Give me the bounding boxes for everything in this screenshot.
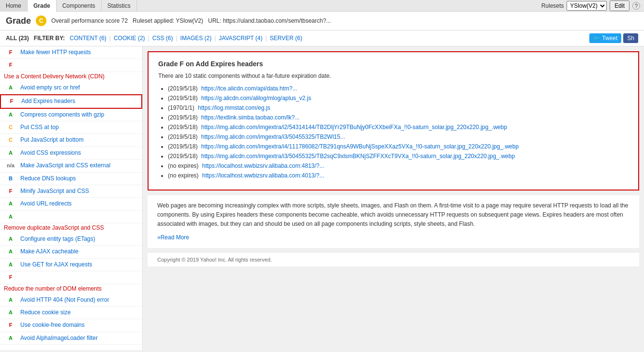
grade-tag: A	[4, 213, 17, 221]
sidebar-item-make-fewer-http[interactable]: F Make fewer HTTP requests	[0, 46, 142, 59]
sidebar-item-alpha-filter[interactable]: A Avoid AlphaImageLoader filter	[0, 332, 142, 345]
copyright: Copyright © 2019 Yahoo! Inc. All rights …	[148, 253, 639, 266]
sidebar-section-duplicate: Remove duplicate JavaScript and CSS	[0, 223, 142, 233]
content-link[interactable]: https://textlink.simba.taobao.com/lk?...	[201, 114, 300, 121]
sidebar-item-label: Compress components with gzip	[20, 111, 104, 119]
grade-tag: A	[4, 261, 17, 269]
grade-tag: F	[4, 273, 17, 281]
sidebar-item-ajax-get[interactable]: A Use GET for AJAX requests	[0, 259, 142, 271]
filter-javascript[interactable]: JAVASCRIPT (4)	[219, 35, 262, 42]
tab-home[interactable]: Home	[0, 0, 28, 12]
top-nav: Home Grade Components Statistics Ruleset…	[0, 0, 644, 12]
sidebar-item-avoid-empty-src[interactable]: A Avoid empty src or href	[0, 82, 142, 94]
content-link[interactable]: https://g.alicdn.com/alilog/mlog/aplus_v…	[201, 95, 311, 102]
share-button[interactable]: Sh	[623, 33, 638, 43]
grade-tag: A	[4, 334, 17, 342]
list-item: (2019/5/18) https://g.alicdn.com/alilog/…	[168, 95, 629, 102]
content-link[interactable]: https://log.mmstat.com/eg.js	[198, 104, 270, 111]
sidebar-item-cookie-size[interactable]: A Reduce cookie size	[0, 307, 142, 319]
description-box: Web pages are becoming increasingly comp…	[148, 195, 639, 248]
content-link[interactable]: https://img.alicdn.com/imgextra/i4/11178…	[201, 143, 519, 150]
description-text: Web pages are becoming increasingly comp…	[157, 201, 629, 229]
filter-cookie[interactable]: COOKIE (2)	[114, 35, 145, 42]
all-count[interactable]: ALL (23)	[6, 35, 29, 42]
grade-tag: C	[4, 123, 17, 132]
grade-tag: A	[4, 149, 17, 157]
sidebar-item-label: Avoid AlphaImageLoader filter	[20, 334, 98, 342]
filter-bar: ALL (23) FILTER BY: CONTENT (6) | COOKIE…	[0, 30, 644, 46]
sidebar-item-label: Make AJAX cacheable	[20, 248, 78, 256]
link-date: (2019/5/18)	[168, 124, 197, 131]
sidebar-item-cookie-free[interactable]: F Use cookie-free domains	[0, 319, 142, 332]
tab-grade[interactable]: Grade	[28, 0, 57, 12]
right-controls: Rulesets YSlow(V2) Edit ?	[541, 0, 644, 11]
main-layout: F Make fewer HTTP requests F Use a Conte…	[0, 46, 644, 350]
sidebar-section-dom: Reduce the number of DOM elements	[0, 284, 142, 294]
list-item: (2019/5/18) https://img.alicdn.com/imgex…	[168, 153, 629, 160]
sidebar-item-label: Use cookie-free domains	[20, 321, 85, 329]
link-date: (no expires)	[168, 162, 198, 169]
sidebar-item-label: Minify JavaScript and CSS	[20, 187, 89, 195]
link-date: (1970/1/1)	[168, 104, 195, 111]
content-link[interactable]: https://img.alicdn.com/imgextra/i3/50455…	[201, 133, 345, 140]
content-links-list: (2019/5/18) https://tce.alicdn.com/api/d…	[158, 85, 629, 179]
tweet-button[interactable]: 🐦 Tweet	[589, 33, 621, 43]
content-link[interactable]: https://localhost.wwbizsrv.alibaba.com:4…	[202, 162, 325, 169]
tab-components[interactable]: Components	[57, 0, 102, 12]
link-date: (2019/5/18)	[168, 95, 197, 102]
sidebar-item-label: Avoid CSS expressions	[20, 149, 81, 157]
help-icon[interactable]: ?	[632, 2, 640, 10]
sidebar-item-reduce-dns[interactable]: B Reduce DNS lookups	[0, 173, 142, 185]
sidebar-item-label: Make JavaScript and CSS external	[20, 161, 110, 170]
sidebar-item-ajax-cacheable[interactable]: A Make AJAX cacheable	[0, 246, 142, 258]
ruleset-select[interactable]: YSlow(V2)	[567, 1, 607, 11]
sidebar-item-add-expires[interactable]: F Add Expires headers	[0, 94, 142, 108]
tab-statistics[interactable]: Statistics	[102, 0, 137, 12]
list-item: (2019/5/18) https://textlink.simba.taoba…	[168, 114, 629, 121]
sidebar-item-minify-js-css[interactable]: F Minify JavaScript and CSS	[0, 185, 142, 198]
grade-badge: C	[36, 15, 46, 26]
content-link[interactable]: https://localhost.wwbizsrv.alibaba.com:4…	[202, 172, 325, 179]
twitter-icon: 🐦	[593, 35, 600, 42]
grade-tag: A	[4, 248, 17, 256]
sidebar-item-label: Configure entity tags (ETags)	[20, 235, 95, 243]
filter-css[interactable]: CSS (6)	[152, 35, 173, 42]
grade-tag: B	[4, 175, 17, 183]
sidebar-item-http-404[interactable]: A Avoid HTTP 404 (Not Found) error	[0, 294, 142, 307]
filter-content[interactable]: CONTENT (6)	[70, 35, 106, 42]
sidebar-item-avoid-css-expr[interactable]: A Avoid CSS expressions	[0, 147, 142, 160]
sidebar-item-dom-grade[interactable]: F	[0, 271, 142, 284]
grade-tag: C	[4, 136, 17, 144]
sidebar-item-label: Use GET for AJAX requests	[20, 261, 92, 269]
link-date: (2019/5/18)	[168, 85, 197, 92]
content-link[interactable]: https://img.alicdn.com/imgextra/i3/50455…	[201, 153, 515, 160]
grade-tag: F	[4, 321, 17, 329]
list-item: (no expires) https://localhost.wwbizsrv.…	[168, 172, 629, 179]
grade-tag: A	[4, 200, 17, 208]
grade-tag: F	[4, 61, 17, 69]
sidebar-item-put-js-bottom[interactable]: C Put JavaScript at bottom	[0, 134, 142, 147]
sidebar-item-put-css-top[interactable]: C Put CSS at top	[0, 121, 142, 134]
sidebar-item-cdn-grade[interactable]: F	[0, 59, 142, 72]
sidebar-item-etags[interactable]: A Configure entity tags (ETags)	[0, 233, 142, 246]
list-item: (no expires) https://localhost.wwbizsrv.…	[168, 162, 629, 169]
filter-images[interactable]: IMAGES (2)	[180, 35, 212, 42]
sidebar-item-label: Reduce cookie size	[20, 308, 71, 317]
header: Grade C Overall performance score 72 Rul…	[0, 12, 644, 30]
read-more-link[interactable]: »Read More	[157, 233, 629, 242]
list-item: (2019/5/18) https://tce.alicdn.com/api/d…	[168, 85, 629, 92]
edit-button[interactable]: Edit	[610, 0, 629, 11]
grade-tag: n/a	[4, 161, 17, 170]
filter-by-label: FILTER BY:	[34, 35, 65, 42]
sidebar-item-duplicate-js[interactable]: A	[0, 211, 142, 223]
grade-tag: A	[4, 235, 17, 243]
sidebar-item-compress-gzip[interactable]: A Compress components with gzip	[0, 109, 142, 121]
content-link[interactable]: https://img.alicdn.com/imgextra/i2/54314…	[201, 124, 507, 131]
content-link[interactable]: https://tce.alicdn.com/api/data.htm?...	[201, 85, 298, 92]
filter-server[interactable]: SERVER (6)	[270, 35, 302, 42]
grade-tag: A	[4, 308, 17, 317]
sidebar-item-js-css-external[interactable]: n/a Make JavaScript and CSS external	[0, 160, 142, 172]
sidebar-section-cdn: Use a Content Delivery Network (CDN)	[0, 72, 142, 82]
sidebar-item-label: Avoid HTTP 404 (Not Found) error	[20, 296, 109, 304]
sidebar-item-avoid-url-redirects[interactable]: A Avoid URL redirects	[0, 198, 142, 210]
